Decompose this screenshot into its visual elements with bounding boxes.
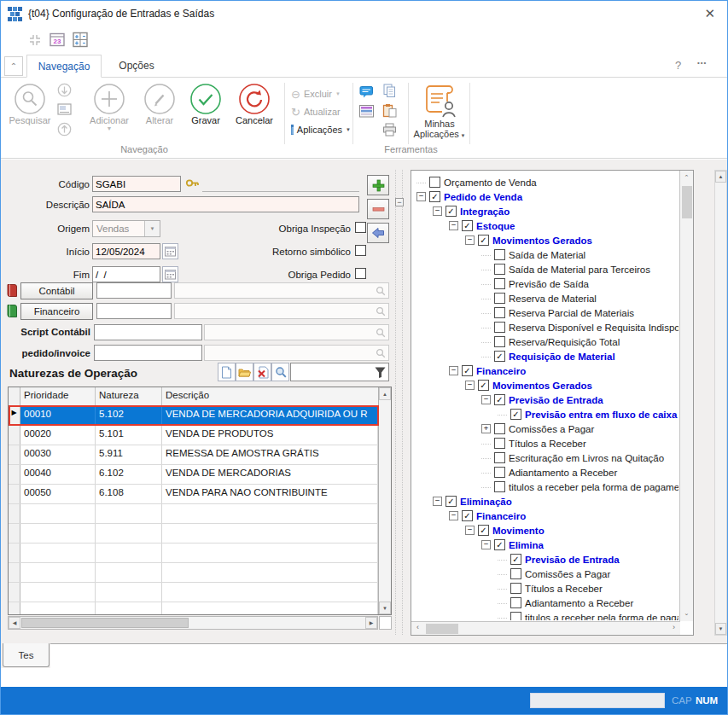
scroll-up-icon[interactable]: ▲: [715, 171, 726, 183]
obriga-pedido-checkbox[interactable]: [355, 268, 366, 279]
tree-checkbox[interactable]: ✓: [446, 496, 457, 507]
inicio-input[interactable]: [92, 243, 160, 259]
tree-checkbox[interactable]: [510, 612, 521, 620]
table-row[interactable]: 000205.101VENDA DE PRODUTOS: [9, 426, 378, 445]
tree-expander-icon[interactable]: −: [465, 526, 475, 535]
copy-button[interactable]: [382, 84, 397, 102]
collapse-icon[interactable]: [28, 33, 42, 47]
tree-expander-icon[interactable]: −: [481, 395, 491, 404]
column-header-prioridade[interactable]: Prioridade: [20, 387, 96, 406]
delete-record-button[interactable]: [253, 363, 271, 381]
ribbon-collapse-chevron-icon[interactable]: ⌃: [4, 56, 23, 76]
tree-expander-icon[interactable]: −: [449, 221, 458, 230]
table-vertical-scrollbar[interactable]: ▲ ▼: [378, 387, 391, 614]
scroll-up-icon[interactable]: ⌃: [680, 171, 693, 184]
tab-opcoes[interactable]: Opções: [107, 55, 166, 77]
tree-expander-icon[interactable]: −: [465, 381, 475, 390]
tree-checkbox[interactable]: [494, 307, 505, 318]
filter-funnel-icon[interactable]: [374, 366, 387, 379]
tree-checkbox[interactable]: ✓: [478, 235, 489, 246]
tree-checkbox[interactable]: [494, 293, 505, 304]
tree-checkbox[interactable]: [429, 177, 440, 188]
tree-item[interactable]: Adiantamento a Receber: [413, 596, 678, 610]
scroll-left-icon[interactable]: ‹: [411, 622, 424, 635]
grid-plus-icon[interactable]: [73, 32, 89, 48]
tree-checkbox[interactable]: ✓: [462, 510, 473, 521]
tree-checkbox[interactable]: [494, 438, 505, 449]
tree-item[interactable]: ✓Previsão entra em fluxo de caixa: [413, 407, 678, 421]
table-horizontal-scrollbar[interactable]: ◀ ▶: [8, 616, 378, 630]
tree-item[interactable]: Reserva de Material: [413, 291, 678, 305]
tree-item[interactable]: −✓Estoque: [413, 218, 678, 233]
tree-checkbox[interactable]: ✓: [478, 525, 489, 536]
column-header-descricao[interactable]: Descrição: [162, 387, 391, 406]
pedido-invoice-input[interactable]: [94, 345, 202, 361]
tree-expander-icon[interactable]: +: [481, 424, 491, 433]
paste-button[interactable]: [382, 103, 397, 121]
tree-item[interactable]: Escrituração em Livros na Quitação: [413, 451, 678, 465]
tree-item[interactable]: Saída de Material para Terceiros: [413, 262, 678, 276]
naturezas-filter-input[interactable]: [291, 364, 374, 380]
tree-item[interactable]: −✓Financeiro: [413, 509, 678, 523]
tree-item[interactable]: Títulos a Receber: [413, 581, 678, 596]
scroll-down-icon[interactable]: ▼: [379, 602, 391, 614]
pesquisar-button[interactable]: Pesquisar: [6, 83, 54, 125]
scroll-down-icon[interactable]: ▼: [715, 623, 726, 635]
adicionar-button[interactable]: Adicionar ▼: [83, 83, 136, 132]
scroll-left-icon[interactable]: ◀: [9, 617, 20, 629]
tree-expander-icon[interactable]: −: [449, 511, 458, 520]
table-row[interactable]: 000406.102VENDA DE MERCADORIAS: [9, 465, 378, 485]
print-button[interactable]: [382, 123, 397, 140]
tree-item[interactable]: +Comissões a Pagar: [413, 421, 678, 436]
cancelar-button[interactable]: Cancelar: [230, 83, 279, 125]
tree-checkbox[interactable]: [494, 423, 505, 434]
tab-tes[interactable]: Tes: [3, 643, 50, 667]
add-nature-button[interactable]: [367, 175, 389, 195]
tree-item[interactable]: Comissões a Pagar: [413, 567, 678, 581]
tree-item[interactable]: ✓Requisição de Material: [413, 349, 678, 363]
tree-item[interactable]: Orçamento de Venda: [413, 175, 678, 189]
tree-expander-icon[interactable]: −: [481, 540, 491, 549]
tree-item[interactable]: Saída de Material: [413, 247, 678, 262]
outer-vertical-scrollbar[interactable]: ▲ ▼: [714, 170, 727, 636]
tree-item[interactable]: ✓Previsão de Entrada: [413, 552, 678, 567]
descricao-input[interactable]: [92, 196, 359, 212]
table-row[interactable]: 000506.108VENDA PARA NAO CONTRIBUINTE: [9, 485, 378, 504]
back-arrow-button[interactable]: [367, 223, 389, 243]
tree-checkbox[interactable]: [510, 597, 521, 608]
scroll-thumb[interactable]: [682, 186, 692, 218]
help-icon[interactable]: ?: [675, 59, 681, 72]
tree-expander-icon[interactable]: −: [433, 497, 442, 506]
tree-expander-icon[interactable]: −: [433, 206, 442, 216]
list-view-button[interactable]: [359, 105, 374, 121]
tree-item[interactable]: Reserva Parcial de Materiais: [413, 305, 678, 320]
tree-horizontal-scrollbar[interactable]: ‹ ›: [411, 621, 680, 635]
search-record-button[interactable]: [271, 363, 289, 381]
tree-item[interactable]: −✓Elimina: [413, 538, 678, 552]
scroll-up-icon[interactable]: ▲: [379, 387, 391, 400]
table-row[interactable]: 000305.911REMESSA DE AMOSTRA GRÁTIS: [9, 445, 378, 465]
tree-item[interactable]: Previsão de Saída: [413, 276, 678, 291]
scroll-down-icon[interactable]: ⌄: [680, 607, 693, 621]
tree-item[interactable]: −✓Movimentos Gerados: [413, 378, 678, 392]
table-row[interactable]: ▶000105.102VENDA DE MERCADORIA ADQUIRIDA…: [9, 406, 378, 426]
comment-button[interactable]: [359, 85, 374, 102]
aplicacoes-button[interactable]: Aplicações ▼: [291, 122, 351, 137]
scroll-thumb[interactable]: [426, 624, 458, 634]
tree-item[interactable]: −✓Eliminação: [413, 494, 678, 509]
tree-expander-icon[interactable]: −: [449, 366, 458, 375]
tree-vertical-scrollbar[interactable]: ⌃ ⌄: [679, 171, 693, 621]
contabil-lookup-field[interactable]: [174, 282, 389, 299]
atualizar-button[interactable]: ↻ Atualizar: [291, 104, 351, 119]
obriga-inspecao-checkbox[interactable]: [355, 222, 366, 233]
scroll-right-icon[interactable]: ▶: [365, 617, 377, 629]
tree-checkbox[interactable]: [494, 249, 505, 260]
tree-checkbox[interactable]: [494, 467, 505, 478]
tree-item[interactable]: −✓Movimento: [413, 523, 678, 538]
financeiro-input[interactable]: [96, 303, 172, 319]
tree-expander-icon[interactable]: −: [416, 192, 426, 201]
tree-item[interactable]: titulos a receber pela forma de pagament…: [413, 610, 678, 620]
inicio-calendar-button[interactable]: [162, 243, 178, 259]
next-record-icon[interactable]: [57, 83, 72, 97]
tree-item[interactable]: −✓Pedido de Venda: [413, 189, 678, 204]
